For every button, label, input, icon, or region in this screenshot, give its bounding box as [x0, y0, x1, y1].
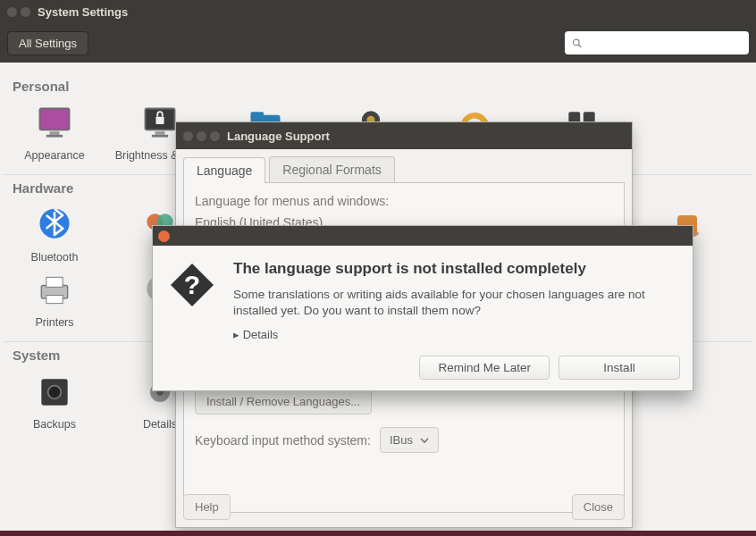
- svg-line-1: [578, 44, 581, 46]
- main-title: System Settings: [38, 5, 128, 19]
- tile-label: Printers: [35, 316, 73, 329]
- tile-label: Appearance: [24, 149, 84, 162]
- tile-printers[interactable]: Printers: [4, 268, 105, 329]
- svg-rect-10: [251, 112, 265, 118]
- lang-heading: Language for menus and windows:: [195, 194, 613, 208]
- tile-label: Bluetooth: [31, 251, 79, 264]
- keyboard-input-dropdown[interactable]: IBus: [380, 427, 439, 453]
- question-icon: ?: [167, 260, 217, 341]
- tile-label: Details: [143, 418, 177, 431]
- install-remove-languages-button[interactable]: Install / Remove Languages...: [195, 389, 372, 415]
- main-toolbar: All Settings: [0, 23, 756, 63]
- main-window-buttons[interactable]: [7, 7, 30, 17]
- dropdown-value: IBus: [390, 433, 413, 447]
- main-titlebar: System Settings: [0, 0, 756, 23]
- alert-body-text: Some translations or writing aids availa…: [233, 287, 675, 319]
- search-input[interactable]: [588, 37, 742, 49]
- bluetooth-icon: [34, 205, 75, 246]
- svg-point-25: [48, 386, 62, 399]
- alert-heading: The language support is not installed co…: [233, 260, 675, 278]
- printer-icon: [34, 270, 75, 311]
- remind-later-button[interactable]: Remind Me Later: [419, 356, 550, 380]
- alert-details-toggle[interactable]: Details: [233, 328, 675, 341]
- svg-rect-7: [155, 131, 165, 135]
- lang-title-text: Language Support: [227, 130, 330, 143]
- svg-rect-21: [46, 277, 63, 287]
- all-settings-button[interactable]: All Settings: [7, 31, 88, 55]
- lang-window-buttons[interactable]: [183, 131, 220, 141]
- close-button[interactable]: Close: [572, 494, 625, 520]
- search-icon: [572, 38, 583, 49]
- close-icon[interactable]: [158, 230, 170, 242]
- svg-rect-8: [152, 135, 168, 138]
- alert-titlebar: [153, 226, 693, 246]
- minimize-icon[interactable]: [21, 7, 30, 17]
- close-icon[interactable]: [7, 7, 17, 17]
- search-box[interactable]: [565, 31, 749, 54]
- safe-icon: [34, 372, 75, 413]
- section-personal-title: Personal: [13, 79, 743, 94]
- maximize-icon[interactable]: [210, 131, 220, 141]
- minimize-icon[interactable]: [197, 131, 206, 141]
- chevron-down-icon: [420, 436, 429, 445]
- tile-backups[interactable]: Backups: [4, 370, 105, 431]
- keyboard-input-label: Keyboard input method system:: [195, 433, 371, 448]
- svg-rect-3: [50, 131, 60, 135]
- svg-rect-2: [40, 109, 70, 130]
- unity-launcher-edge: [0, 531, 756, 536]
- language-alert-dialog: ? The language support is not installed …: [152, 225, 693, 391]
- svg-rect-4: [46, 135, 63, 138]
- install-button[interactable]: Install: [559, 356, 680, 380]
- tile-appearance[interactable]: Appearance: [4, 101, 105, 162]
- lang-tabbar: Language Regional Formats: [176, 149, 632, 182]
- tab-language[interactable]: Language: [183, 157, 265, 183]
- lang-titlebar: Language Support: [176, 122, 632, 149]
- svg-point-0: [573, 39, 579, 46]
- close-icon[interactable]: [183, 131, 193, 141]
- svg-rect-6: [155, 117, 164, 124]
- monitor-icon: [34, 103, 75, 144]
- tile-label: Backups: [33, 418, 76, 431]
- help-button[interactable]: Help: [183, 494, 231, 520]
- lang-bottombar: Help Close: [183, 494, 625, 520]
- svg-rect-22: [46, 295, 63, 303]
- tile-bluetooth[interactable]: Bluetooth: [4, 203, 105, 264]
- tab-regional-formats[interactable]: Regional Formats: [269, 156, 395, 182]
- svg-text:?: ?: [184, 270, 200, 299]
